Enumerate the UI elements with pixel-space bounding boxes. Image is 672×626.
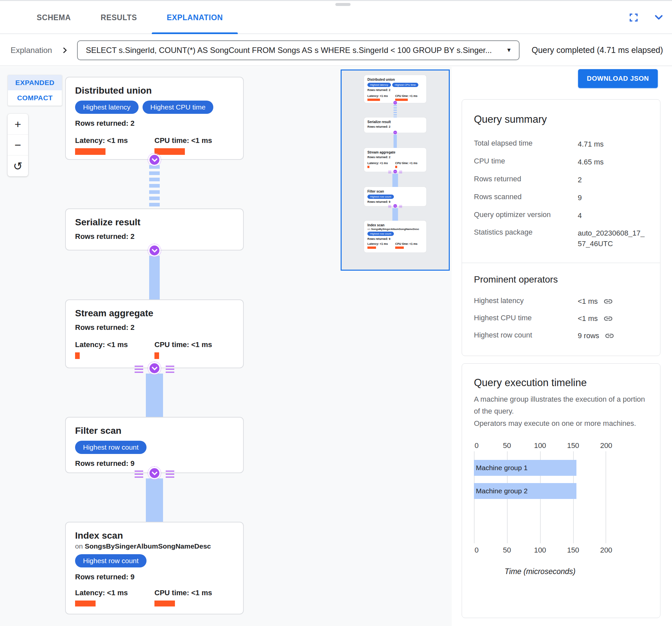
summary-row: Statistics packageauto_20230608_17_57_46… — [474, 224, 648, 253]
explanation-toolbar: Explanation SELECT s.SingerId, COUNT(*) … — [0, 35, 672, 66]
collapse-node-button[interactable] — [148, 245, 160, 256]
x-axis-label: Time (microseconds) — [474, 567, 606, 576]
plan-node-distributed-union[interactable]: Distributed union Highest latency Highes… — [65, 77, 244, 160]
drag-handle[interactable] — [335, 3, 351, 6]
connector-local-wide — [121, 473, 188, 522]
reset-zoom-button[interactable]: ↺ — [8, 156, 28, 176]
machine-group-1-row: Machine group 1 — [474, 451, 606, 476]
timeline-chart: 0 50 100 150 200 Machine group 1 Machine… — [474, 441, 606, 576]
collapse-node-button[interactable] — [148, 154, 160, 166]
dropdown-caret-icon: ▼ — [506, 47, 512, 53]
badge-highest-row-count: Highest row count — [75, 441, 146, 454]
latency-bar — [75, 148, 105, 155]
link-icon[interactable] — [604, 331, 615, 341]
plan-node-filter-scan[interactable]: Filter scan Highest row count Rows retur… — [65, 417, 244, 473]
rows-returned: Rows returned: 9 — [75, 573, 234, 581]
summary-row: Rows scanned9 — [474, 189, 648, 207]
query-dropdown[interactable]: SELECT s.SingerId, COUNT(*) AS SongCount… — [77, 40, 520, 60]
tab-schema-label: SCHEMA — [37, 13, 71, 22]
x-axis-bottom: 0 50 100 150 200 — [474, 546, 606, 556]
node-index-target: on SongsBySingerAlbumSongNameDesc — [75, 542, 234, 550]
chevron-down-circle-icon — [151, 156, 158, 162]
node-title: Serialize result — [75, 217, 234, 228]
plan-canvas: EXPANDED COMPACT + − ↺ Distributed union… — [0, 67, 452, 626]
connector-bar — [149, 165, 160, 208]
x-axis-top: 0 50 100 150 200 — [474, 441, 606, 451]
badge-highest-row-count: Highest row count — [75, 554, 146, 567]
connector-remote — [121, 160, 188, 208]
collapse-node-button[interactable] — [148, 362, 160, 374]
timeline-title: Query execution timeline — [474, 377, 648, 389]
summary-row: Rows returned2 — [474, 171, 648, 189]
zoom-out-button[interactable]: − — [8, 135, 28, 156]
plan-minimap[interactable]: Distributed union Highest latency Highes… — [341, 69, 450, 271]
query-summary-title: Query summary — [474, 114, 648, 125]
chevron-right-icon — [61, 47, 69, 54]
cpu-time-bar — [154, 148, 185, 155]
summary-row: CPU time4.65 ms — [474, 153, 648, 171]
operator-row: Highest CPU time <1 ms — [474, 310, 648, 327]
node-title: Index scan — [75, 530, 234, 541]
connector-bar — [149, 256, 160, 299]
zoom-controls: + − ↺ — [8, 114, 28, 176]
minimap-node-stream-aggregate: Stream aggregate Rows returned: 2 Latenc… — [364, 148, 426, 172]
cpu-time-bar — [154, 352, 159, 359]
badge-highest-cpu-time: Highest CPU time — [143, 100, 214, 114]
row-flow-marks — [166, 366, 174, 373]
summary-row: Total elapsed time4.71 ms — [474, 135, 648, 153]
node-title: Stream aggregate — [75, 308, 234, 319]
minimap-node-filter-scan: Filter scan Highest row count Rows retur… — [364, 187, 426, 206]
plan-node-index-scan[interactable]: Index scan on SongsBySingerAlbumSongName… — [65, 522, 244, 615]
link-icon[interactable] — [603, 314, 613, 324]
prominent-operators-title: Prominent operators — [474, 274, 648, 285]
badge-highest-latency: Highest latency — [75, 100, 139, 114]
row-flow-marks — [135, 366, 143, 373]
rows-returned: Rows returned: 2 — [75, 119, 234, 128]
chevron-down-circle-icon — [151, 364, 158, 370]
chevron-down-icon[interactable] — [653, 12, 664, 23]
rows-returned: Rows returned: 9 — [75, 459, 234, 468]
operator-row: Highest latency <1 ms — [474, 293, 648, 310]
summary-row: Query optimizer version4 — [474, 207, 648, 225]
query-plan-tree: Distributed union Highest latency Highes… — [65, 77, 244, 615]
latency-bar — [75, 601, 96, 606]
connector-bar — [146, 374, 163, 417]
latency-label: Latency: <1 ms — [75, 341, 154, 349]
collapse-node-button[interactable] — [148, 467, 160, 479]
row-flow-marks — [135, 470, 143, 478]
expanded-button[interactable]: EXPANDED — [8, 75, 62, 90]
machine-group-2-bar: Machine group 2 — [474, 483, 576, 499]
execution-timeline-card: Query execution timeline A machine group… — [462, 363, 661, 618]
fullscreen-icon[interactable] — [628, 12, 639, 23]
tab-results[interactable]: RESULTS — [86, 1, 152, 34]
header-bar: SCHEMA RESULTS EXPLANATION — [0, 1, 672, 34]
machine-group-1-bar: Machine group 1 — [474, 460, 576, 476]
node-title: Distributed union — [75, 85, 234, 96]
header-icons — [628, 1, 664, 34]
tab-explanation-label: EXPLANATION — [167, 13, 223, 22]
link-icon[interactable] — [603, 297, 613, 306]
rows-returned: Rows returned: 2 — [75, 232, 234, 241]
zoom-in-button[interactable]: + — [8, 114, 28, 135]
tab-schema[interactable]: SCHEMA — [22, 1, 86, 34]
operator-row: Highest row count 9 rows — [474, 327, 648, 344]
connector-local-wide — [121, 368, 188, 417]
plan-node-stream-aggregate[interactable]: Stream aggregate Rows returned: 2 Latenc… — [65, 299, 244, 368]
cpu-time-label: CPU time: <1 ms — [154, 341, 234, 349]
card-divider — [462, 263, 660, 263]
node-title: Filter scan — [75, 425, 234, 436]
download-json-button[interactable]: DOWNLOAD JSON — [578, 69, 658, 88]
plot-area: Machine group 1 Machine group 2 — [474, 451, 606, 543]
compact-button[interactable]: COMPACT — [8, 90, 62, 106]
tab-bar: SCHEMA RESULTS EXPLANATION — [22, 1, 238, 34]
breadcrumb: Explanation — [10, 46, 52, 55]
connector-local — [121, 251, 188, 299]
minimap-node-index-scan: Index scan on SongsBySingerAlbumSongName… — [364, 221, 426, 252]
plan-node-serialize-result[interactable]: Serialize result Rows returned: 2 — [65, 208, 244, 251]
view-toggle: EXPANDED COMPACT — [8, 75, 62, 106]
query-dropdown-value: SELECT s.SingerId, COUNT(*) AS SongCount… — [86, 46, 501, 55]
tab-explanation[interactable]: EXPLANATION — [152, 1, 238, 34]
query-summary-card: Query summary Total elapsed time4.71 ms … — [462, 99, 661, 356]
minimap-tree: Distributed union Highest latency Highes… — [364, 75, 426, 252]
machine-group-2-row: Machine group 2 — [474, 476, 606, 499]
